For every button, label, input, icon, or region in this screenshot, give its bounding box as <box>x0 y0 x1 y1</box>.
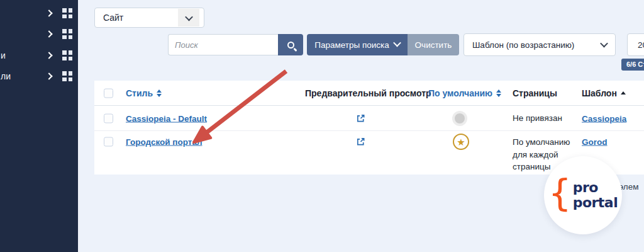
sidebar-item-label: ли <box>1 71 11 81</box>
template-link[interactable]: Gorod <box>582 137 608 147</box>
column-header-preview: Предварительный просмотр <box>305 88 431 98</box>
chevron-down-icon <box>600 40 608 48</box>
search-options-label: Параметры поиска <box>314 40 389 50</box>
set-default-toggle[interactable]: ★ <box>453 134 469 150</box>
columns-badge[interactable]: 6/6 Ст <box>621 59 644 71</box>
style-link[interactable]: Городской портал <box>126 137 202 147</box>
default-star-icon: ★ <box>453 134 469 150</box>
sidebar-item[interactable]: и <box>0 47 78 64</box>
select-cap <box>178 9 199 26</box>
sort-ascending-icon <box>621 91 626 94</box>
logo-brace: { <box>548 177 572 210</box>
grid-icon[interactable] <box>62 71 72 81</box>
logo-text-line: pro <box>573 180 618 195</box>
chevron-down-icon <box>185 13 193 21</box>
search-options-button[interactable]: Параметры поиска <box>307 34 408 55</box>
grid-icon[interactable] <box>62 8 72 18</box>
sort-order-select[interactable]: Шаблон (по возрастанию) <box>464 33 616 56</box>
chevron-right-icon <box>45 30 52 37</box>
sort-order-value: Шаблон (по возрастанию) <box>472 40 574 50</box>
pages-cell: Не привязан <box>513 112 577 125</box>
column-header-style[interactable]: Стиль <box>126 88 162 98</box>
logo-text-line: portal <box>573 195 618 210</box>
admin-sidebar: и ли <box>0 0 78 252</box>
search-input[interactable] <box>168 34 278 55</box>
select-all-checkbox[interactable] <box>104 88 113 98</box>
proportal-logo: { pro portal <box>544 156 622 234</box>
sidebar-item[interactable] <box>0 26 78 42</box>
sidebar-item[interactable] <box>0 5 78 21</box>
preview-link[interactable] <box>356 137 365 147</box>
chevron-right-icon <box>45 9 52 16</box>
table-row: Cassiopeia - Default Не привязан Cassiop… <box>94 106 644 131</box>
sidebar-item-label: и <box>1 50 6 60</box>
not-default-icon <box>455 113 465 123</box>
style-link[interactable]: Cassiopeia - Default <box>126 113 207 123</box>
page-size-value: 20 <box>638 40 644 50</box>
template-styles-table: Стиль Предварительный просмотр По умолча… <box>94 81 644 175</box>
set-default-toggle[interactable] <box>453 113 465 123</box>
grid-icon[interactable] <box>62 50 72 60</box>
client-filter-select[interactable]: Сайт <box>94 8 204 28</box>
clear-button[interactable]: Очистить <box>408 34 459 55</box>
chevron-right-icon <box>45 52 52 59</box>
column-header-template[interactable]: Шаблон <box>582 88 626 98</box>
search-button[interactable] <box>278 34 303 55</box>
page-size-select[interactable]: 20 <box>627 33 644 56</box>
table-header-row: Стиль Предварительный просмотр По умолча… <box>94 81 644 106</box>
sort-icon <box>157 89 162 97</box>
sort-icon <box>496 89 501 97</box>
row-checkbox[interactable] <box>104 113 113 123</box>
grid-icon[interactable] <box>62 29 72 39</box>
external-link-icon <box>356 113 365 123</box>
chevron-down-icon <box>393 38 401 47</box>
app-root: и ли Сайт Параметры поиска Очистить Шабл… <box>0 0 644 252</box>
client-filter-value: Сайт <box>103 13 123 23</box>
external-link-icon <box>356 137 365 147</box>
column-header-pages: Страницы <box>513 88 577 98</box>
row-checkbox[interactable] <box>104 137 113 147</box>
sidebar-item[interactable]: ли <box>0 68 78 84</box>
column-header-default[interactable]: По умолчанию <box>428 88 501 98</box>
preview-link[interactable] <box>356 113 365 123</box>
search-icon <box>287 42 294 49</box>
chevron-right-icon <box>45 72 52 79</box>
template-link[interactable]: Cassiopeia <box>582 113 626 123</box>
